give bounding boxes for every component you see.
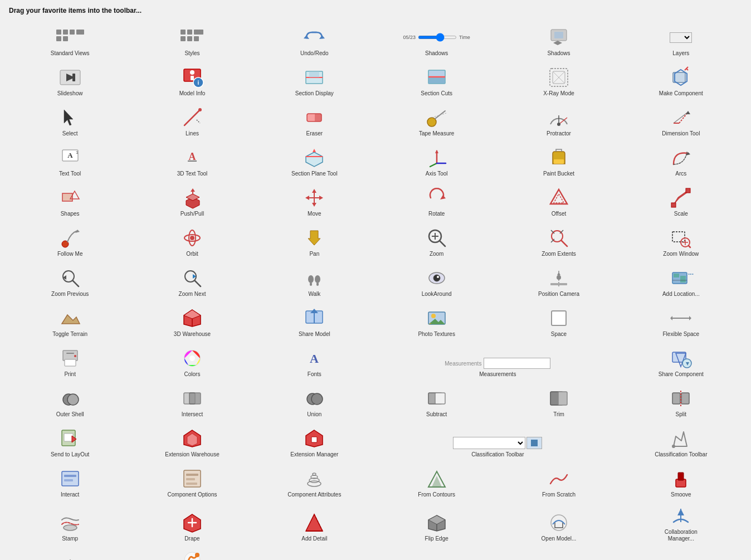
tool-walk[interactable]: Walk bbox=[253, 261, 376, 300]
svg-rect-9 bbox=[194, 30, 199, 35]
tool-send-to-layout[interactable]: Send to LayOut bbox=[9, 421, 131, 460]
tool-text-tool[interactable]: A 1 Text Tool bbox=[9, 140, 131, 179]
svg-marker-41 bbox=[64, 110, 73, 125]
classification-select[interactable] bbox=[453, 437, 525, 449]
tool-layers[interactable]: Layers bbox=[620, 20, 742, 59]
tool-protractor[interactable]: Protractor bbox=[498, 100, 620, 139]
tool-paint-bucket[interactable]: Paint Bucket bbox=[498, 140, 620, 179]
tool-make-component[interactable]: Make Component bbox=[620, 60, 742, 99]
tool-add-location[interactable]: ... Add Location... bbox=[620, 261, 742, 300]
tool-follow-me[interactable]: Follow Me bbox=[9, 221, 131, 260]
tool-rotate[interactable]: Rotate bbox=[376, 181, 498, 220]
tool-3d-text-tool[interactable]: A 3D Text Tool bbox=[131, 140, 253, 179]
tool-fonts[interactable]: A Fonts bbox=[253, 341, 376, 380]
svg-marker-77 bbox=[312, 189, 316, 193]
tool-position-camera[interactable]: Position Camera bbox=[498, 261, 620, 300]
orbit-label: Orbit bbox=[186, 251, 198, 257]
tool-photo-textures[interactable]: Photo Textures bbox=[376, 301, 498, 340]
tool-zoom[interactable]: Zoom bbox=[376, 221, 498, 260]
tool-collaboration-manager[interactable]: Open Model... bbox=[498, 501, 620, 544]
subtract-icon bbox=[426, 387, 448, 410]
tool-union[interactable]: Union bbox=[253, 381, 376, 420]
tool-subtract[interactable]: Subtract bbox=[376, 381, 498, 420]
tool-scale[interactable]: Scale bbox=[620, 181, 742, 220]
tool-offset[interactable]: Offset bbox=[498, 181, 620, 220]
layers-label: Layers bbox=[672, 50, 689, 57]
main-container: Drag your favorite items into the toolba… bbox=[0, 0, 751, 560]
tool-axis-tool[interactable]: Axis Tool bbox=[376, 140, 498, 179]
tool-component-attributes[interactable]: Component Options bbox=[131, 461, 253, 500]
tool-move[interactable]: Move bbox=[253, 181, 376, 220]
tool-outer-shell[interactable]: Outer Shell bbox=[9, 381, 131, 420]
tool-xray-mode[interactable]: X-Ray Mode bbox=[498, 60, 620, 99]
tool-smoove[interactable]: From Scratch bbox=[498, 461, 620, 500]
layers-select[interactable] bbox=[670, 32, 692, 43]
tool-orbit[interactable]: Orbit bbox=[131, 221, 253, 260]
dimension-tool-label: Dimension Tool bbox=[662, 130, 700, 137]
tool-select[interactable]: Select bbox=[9, 100, 131, 139]
dimension-tool-icon bbox=[670, 106, 692, 129]
tool-from-contours[interactable]: Component Attributes bbox=[253, 461, 376, 500]
tool-share-component[interactable]: Share Component bbox=[620, 341, 742, 380]
svg-point-189 bbox=[313, 473, 316, 475]
tool-open-model[interactable]: Flip Edge bbox=[376, 501, 498, 544]
add-detail-label: Drape bbox=[184, 535, 199, 542]
tool-interact[interactable]: Classification Toolbar bbox=[620, 421, 742, 460]
tool-slideshow[interactable]: Slideshow bbox=[9, 60, 131, 99]
tool-component-options[interactable]: Interact bbox=[9, 461, 131, 500]
svg-marker-31 bbox=[428, 77, 445, 84]
tool-trim[interactable]: Trim bbox=[498, 381, 620, 420]
svg-point-204 bbox=[551, 515, 567, 530]
tool-extension-warehouse[interactable]: Extension Warehouse bbox=[131, 421, 253, 460]
tool-section-display[interactable]: Section Display bbox=[253, 60, 376, 99]
tool-zoom-next[interactable]: Zoom Next bbox=[131, 261, 253, 300]
tool-arcs[interactable]: Arcs bbox=[620, 140, 742, 179]
tool-lines[interactable]: Lines bbox=[131, 100, 253, 139]
tool-stamp[interactable]: Smoove bbox=[620, 461, 742, 500]
extension-warehouse-label: Extension Warehouse bbox=[165, 451, 219, 458]
svg-rect-122 bbox=[550, 283, 567, 285]
tool-lookaround[interactable]: LookAround bbox=[376, 261, 498, 300]
shadows-date-slider[interactable] bbox=[418, 36, 457, 39]
tool-zoom-window[interactable]: Zoom Window bbox=[620, 221, 742, 260]
svg-rect-185 bbox=[186, 483, 197, 485]
tool-section-plane-tool[interactable]: Section Plane Tool bbox=[253, 140, 376, 179]
tool-toggle-terrain[interactable]: Toggle Terrain bbox=[9, 301, 131, 340]
tool-publish-model[interactable]: Collaboration Manager... bbox=[620, 501, 742, 544]
tool-drape[interactable]: Stamp bbox=[9, 501, 131, 544]
tool-add-detail[interactable]: Drape bbox=[131, 501, 253, 544]
tool-model-info[interactable]: i Model Info bbox=[131, 60, 253, 99]
tool-space[interactable]: Space bbox=[498, 301, 620, 340]
tool-zoom-extents[interactable]: Zoom Extents bbox=[498, 221, 620, 260]
tool-print[interactable]: Print bbox=[9, 341, 131, 380]
zoom-previous-label: Zoom Previous bbox=[51, 291, 89, 298]
tool-colors[interactable]: Colors bbox=[131, 341, 253, 380]
tool-3d-warehouse[interactable]: 3D Warehouse bbox=[131, 301, 253, 340]
from-scratch-label: From Contours bbox=[418, 491, 455, 498]
tool-shapes[interactable]: Shapes bbox=[9, 181, 131, 220]
classification-icon-btn[interactable] bbox=[526, 437, 542, 449]
tool-share-model[interactable]: Share Model bbox=[253, 301, 376, 340]
tool-from-scratch[interactable]: From Contours bbox=[376, 461, 498, 500]
tool-import-reference-model[interactable]: Publish Model bbox=[9, 546, 131, 560]
tool-undo-redo[interactable]: Undo/Redo bbox=[253, 20, 376, 59]
tool-section-cuts[interactable]: Section Cuts bbox=[376, 60, 498, 99]
tool-pan[interactable]: Pan bbox=[253, 221, 376, 260]
tool-zoom-previous[interactable]: Zoom Previous bbox=[9, 261, 131, 300]
tool-flip-edge[interactable]: Add Detail bbox=[253, 501, 376, 544]
tool-standard-views[interactable]: Standard Views bbox=[9, 20, 131, 59]
measurements-input[interactable] bbox=[484, 358, 550, 369]
tool-flexible-space[interactable]: Flexible Space bbox=[620, 301, 742, 340]
tool-split[interactable]: Split bbox=[620, 381, 742, 420]
svg-rect-175 bbox=[311, 437, 317, 442]
tool-styles[interactable]: Styles bbox=[131, 20, 253, 59]
tool-shadows[interactable]: Shadows bbox=[498, 20, 620, 59]
tool-dimension-tool[interactable]: Dimension Tool bbox=[620, 100, 742, 139]
tool-extension-manager[interactable]: Extension Manager bbox=[253, 421, 376, 460]
tool-push-pull[interactable]: Push/Pull bbox=[131, 181, 253, 220]
tool-eraser[interactable]: Eraser bbox=[253, 100, 376, 139]
tool-tape-measure[interactable]: Tape Measure bbox=[376, 100, 498, 139]
tool-shadows-slider[interactable]: 05/23 Time Shadows bbox=[376, 20, 498, 59]
tool-launch-trimble-connect[interactable]: Import Reference Model... bbox=[131, 546, 253, 560]
tool-intersect[interactable]: Intersect bbox=[131, 381, 253, 420]
